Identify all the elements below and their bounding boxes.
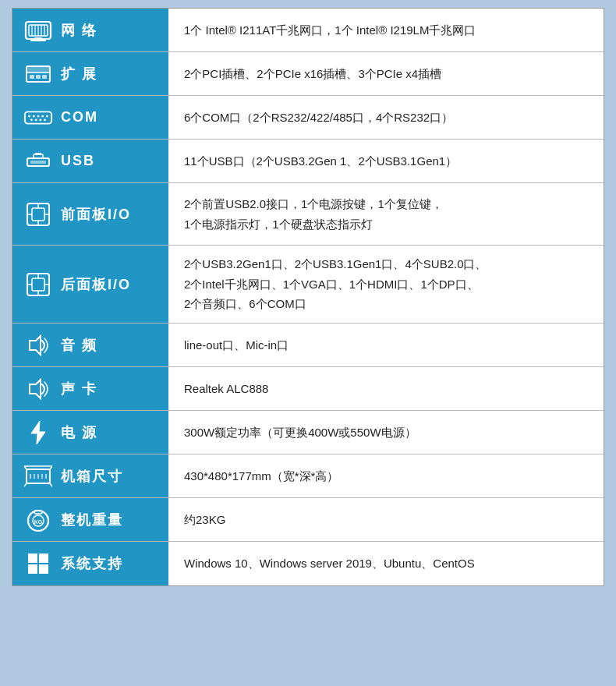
svg-rect-28	[35, 153, 41, 155]
svg-marker-41	[30, 336, 41, 355]
row-expand: 扩 展 2个PCI插槽、2个PCIe x16插槽、3个PCIe x4插槽	[12, 52, 604, 96]
svg-rect-61	[28, 553, 37, 563]
value-usb: 11个USB口（2个USB3.2Gen 1、2个USB3.1Gen1）	[168, 140, 604, 182]
row-sound-card: 声 卡 Realtek ALC888	[12, 367, 604, 411]
svg-point-19	[41, 115, 44, 117]
expand-icon	[23, 62, 53, 86]
svg-line-50	[50, 483, 52, 486]
row-usb: USB 11个USB口（2个USB3.2Gen 1、2个USB3.1Gen1）	[12, 140, 604, 183]
svg-rect-26	[30, 161, 46, 164]
label-sound-card: 声 卡	[12, 367, 168, 410]
label-text-weight: 整机重量	[61, 511, 123, 529]
svg-point-20	[46, 115, 48, 117]
label-weight: KG 整机重量	[12, 498, 168, 541]
label-com: COM	[12, 96, 168, 139]
value-com: 6个COM口（2个RS232/422/485口，4个RS232口）	[168, 96, 604, 139]
label-os: 系统支持	[12, 542, 168, 585]
svg-rect-36	[32, 278, 44, 291]
power-icon	[23, 419, 53, 446]
com-icon	[23, 109, 53, 126]
value-network: 1个 Intel® I211AT千兆网口，1个 Intel® I219LM千兆网…	[168, 9, 604, 51]
label-network: 网 络	[12, 9, 168, 51]
rear-panel-icon	[23, 271, 53, 298]
svg-rect-13	[36, 75, 41, 79]
audio-icon	[23, 332, 53, 359]
label-text-audio: 音 频	[61, 336, 97, 355]
value-front-panel: 2个前置USB2.0接口，1个电源按键，1个复位键， 1个电源指示灯，1个硬盘状…	[168, 183, 604, 245]
svg-marker-42	[30, 380, 41, 398]
svg-rect-30	[32, 208, 44, 221]
label-text-os: 系统支持	[61, 554, 123, 573]
label-text-chassis: 机箱尺寸	[61, 467, 123, 486]
value-power: 300W额定功率（可更换400W或550W电源）	[168, 411, 604, 454]
os-icon	[23, 551, 53, 576]
svg-rect-7	[34, 37, 42, 40]
label-front-panel: 前面板I/O	[12, 183, 168, 245]
label-text-rear-panel: 后面板I/O	[61, 275, 131, 294]
label-text-front-panel: 前面板I/O	[61, 205, 131, 224]
row-power: 电 源 300W额定功率（可更换400W或550W电源）	[12, 411, 604, 454]
svg-point-16	[28, 115, 30, 117]
svg-point-24	[44, 118, 46, 121]
front-panel-icon	[23, 201, 53, 228]
row-front-panel: 前面板I/O 2个前置USB2.0接口，1个电源按键，1个复位键， 1个电源指示…	[12, 183, 604, 246]
chassis-icon	[23, 463, 53, 490]
value-audio: line-out口、Mic-in口	[168, 324, 604, 366]
label-audio: 音 频	[12, 324, 168, 366]
network-icon	[23, 19, 53, 42]
svg-rect-59	[34, 511, 42, 514]
label-chassis: 机箱尺寸	[12, 454, 168, 497]
svg-point-23	[39, 118, 41, 121]
label-text-com: COM	[61, 109, 98, 126]
svg-line-49	[24, 483, 27, 486]
label-usb: USB	[12, 140, 168, 182]
svg-point-22	[35, 118, 37, 121]
row-chassis: 机箱尺寸 430*480*177mm（宽*深*高）	[12, 454, 604, 498]
svg-rect-14	[42, 75, 47, 79]
value-rear-panel: 2个USB3.2Gen1口、2个USB3.1Gen1口、4个SUB2.0口、 2…	[168, 246, 604, 323]
label-expand: 扩 展	[12, 52, 168, 95]
value-sound-card: Realtek ALC888	[168, 367, 604, 410]
svg-point-21	[30, 118, 33, 121]
value-expand: 2个PCI插槽、2个PCIe x16插槽、3个PCIe x4插槽	[168, 52, 604, 95]
label-text-network: 网 络	[61, 21, 97, 40]
row-network: 网 络 1个 Intel® I211AT千兆网口，1个 Intel® I219L…	[12, 9, 604, 52]
value-chassis: 430*480*177mm（宽*深*高）	[168, 454, 604, 497]
weight-icon: KG	[23, 507, 53, 533]
usb-icon	[23, 152, 53, 171]
svg-text:KG: KG	[34, 519, 43, 525]
spec-table: 网 络 1个 Intel® I211AT千兆网口，1个 Intel® I219L…	[12, 8, 604, 586]
label-rear-panel: 后面板I/O	[12, 246, 168, 323]
svg-point-18	[37, 115, 40, 117]
label-power: 电 源	[12, 411, 168, 454]
row-audio: 音 频 line-out口、Mic-in口	[12, 324, 604, 367]
label-text-expand: 扩 展	[61, 65, 97, 83]
svg-marker-43	[31, 421, 45, 444]
svg-rect-63	[28, 564, 37, 574]
svg-rect-8	[30, 40, 46, 41]
svg-rect-10	[27, 66, 50, 72]
label-text-sound-card: 声 卡	[61, 380, 97, 398]
svg-rect-12	[30, 75, 34, 79]
value-weight: 约23KG	[168, 498, 604, 541]
row-com: COM 6个COM口（2个RS232/422/485口，4个RS232口）	[12, 96, 604, 140]
label-text-power: 电 源	[61, 423, 97, 442]
svg-rect-15	[25, 111, 51, 123]
label-text-usb: USB	[61, 153, 95, 169]
row-os: 系统支持 Windows 10、Windows server 2019、Ubun…	[12, 542, 604, 585]
value-os: Windows 10、Windows server 2019、Ubuntu、Ce…	[168, 542, 604, 585]
row-rear-panel: 后面板I/O 2个USB3.2Gen1口、2个USB3.1Gen1口、4个SUB…	[12, 246, 604, 324]
sound-card-icon	[23, 376, 53, 402]
row-weight: KG 整机重量 约23KG	[12, 498, 604, 542]
svg-rect-62	[39, 553, 48, 563]
svg-point-17	[33, 115, 35, 117]
svg-rect-64	[39, 564, 48, 574]
